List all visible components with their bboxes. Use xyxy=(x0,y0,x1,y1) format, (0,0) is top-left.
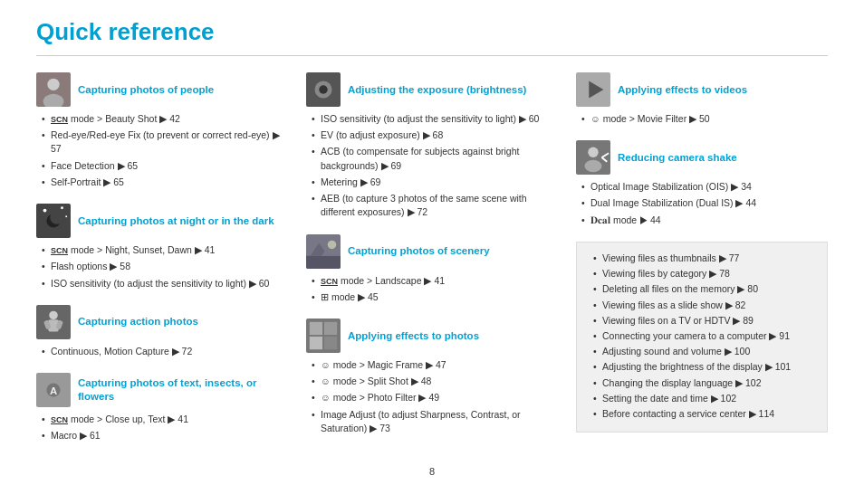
people-image xyxy=(36,72,71,107)
section-title-scenery: Capturing photos of scenery xyxy=(348,244,490,258)
effects-videos-image xyxy=(576,72,610,107)
list-item: Adjusting sound and volume ▶ 100 xyxy=(593,345,816,358)
section-title-action: Capturing action photos xyxy=(78,315,198,328)
section-effects-photos: Applying effects to photos ☺ mode > Magi… xyxy=(306,319,558,435)
section-title-text: Capturing photos of text, insects, or fl… xyxy=(78,376,288,404)
night-list: SCN mode > Night, Sunset, Dawn ▶ 41 Flas… xyxy=(36,243,288,290)
section-header-camera-shake: Reducing camera shake xyxy=(576,140,828,175)
section-header-night: Capturing photos at night or in the dark xyxy=(36,204,288,238)
list-item: SCN mode > Night, Sunset, Dawn ▶ 41 xyxy=(42,243,288,257)
column-3: Applying effects to videos ☺ mode > Movi… xyxy=(576,72,828,457)
list-item: 𝐃𝐜𝐚𝐥 mode ▶ 44 xyxy=(581,214,828,227)
list-item: Viewing files as thumbnails ▶ 77 xyxy=(593,252,816,265)
list-item: ⊞ mode ▶ 45 xyxy=(312,290,558,304)
list-item: Self-Portrait ▶ 65 xyxy=(42,176,288,189)
main-content: Capturing photos of people SCN mode > Be… xyxy=(36,72,828,457)
list-item: EV (to adjust exposure) ▶ 68 xyxy=(312,128,558,142)
list-item: Face Detection ▶ 65 xyxy=(42,159,288,173)
list-item: Viewing files by category ▶ 78 xyxy=(593,267,816,281)
section-camera-shake: Reducing camera shake Optical Image Stab… xyxy=(576,140,828,227)
list-item: Viewing files on a TV or HDTV ▶ 89 xyxy=(593,314,816,328)
people-list: SCN mode > Beauty Shot ▶ 42 Red-eye/Red-… xyxy=(36,112,288,189)
section-effects-videos: Applying effects to videos ☺ mode > Movi… xyxy=(576,72,828,126)
list-item: ☺ mode > Movie Filter ▶ 50 xyxy=(581,112,828,126)
section-title-effects-videos: Applying effects to videos xyxy=(618,83,747,97)
scenery-image xyxy=(306,234,341,269)
action-list: Continuous, Motion Capture ▶ 72 xyxy=(36,345,288,358)
section-capturing-action: Capturing action photos Continuous, Moti… xyxy=(36,305,288,358)
section-header-exposure: Adjusting the exposure (brightness) xyxy=(306,72,558,107)
divider xyxy=(36,55,828,56)
night-image xyxy=(36,204,71,238)
list-item: Continuous, Motion Capture ▶ 72 xyxy=(42,345,288,358)
scenery-list: SCN mode > Landscape ▶ 41 ⊞ mode ▶ 45 xyxy=(306,274,558,304)
list-item: Connecting your camera to a computer ▶ 9… xyxy=(593,329,816,343)
list-item: Deleting all files on the memory ▶ 80 xyxy=(593,282,816,296)
section-capturing-text: Capturing photos of text, insects, or fl… xyxy=(36,373,288,442)
exposure-image xyxy=(306,72,341,107)
list-item: Red-eye/Red-eye Fix (to prevent or corre… xyxy=(42,128,288,156)
section-header-effects-photos: Applying effects to photos xyxy=(306,319,558,353)
column-2: Adjusting the exposure (brightness) ISO … xyxy=(306,72,576,457)
list-item: Before contacting a service center ▶ 114 xyxy=(593,407,816,421)
list-item: Optical Image Stabilization (OIS) ▶ 34 xyxy=(581,180,828,194)
section-title-exposure: Adjusting the exposure (brightness) xyxy=(348,83,526,97)
list-item: Macro ▶ 61 xyxy=(42,429,288,442)
action-image xyxy=(36,305,71,339)
list-item: SCN mode > Landscape ▶ 41 xyxy=(312,274,558,288)
section-header-action: Capturing action photos xyxy=(36,305,288,339)
list-item: Changing the display language ▶ 102 xyxy=(593,376,816,390)
list-item: ☺ mode > Magic Frame ▶ 47 xyxy=(312,358,558,372)
section-header-people: Capturing photos of people xyxy=(36,72,288,107)
info-box-list: Viewing files as thumbnails ▶ 77 Viewing… xyxy=(588,252,816,421)
camera-shake-image xyxy=(576,140,610,175)
camera-shake-list: Optical Image Stabilization (OIS) ▶ 34 D… xyxy=(576,180,828,227)
list-item: Metering ▶ 69 xyxy=(312,176,558,189)
list-item: ISO sensitivity (to adjust the sensitivi… xyxy=(312,112,558,126)
list-item: SCN mode > Beauty Shot ▶ 42 xyxy=(42,112,288,126)
page-number: 8 xyxy=(36,466,828,477)
list-item: ☺ mode > Split Shot ▶ 48 xyxy=(312,375,558,388)
section-title-people: Capturing photos of people xyxy=(78,83,214,97)
page-title: Quick reference xyxy=(36,18,828,46)
list-item: Image Adjust (to adjust Sharpness, Contr… xyxy=(312,408,558,435)
list-item: Adjusting the brightness of the display … xyxy=(593,360,816,374)
column-1: Capturing photos of people SCN mode > Be… xyxy=(36,72,306,457)
section-title-effects-photos: Applying effects to photos xyxy=(348,329,479,343)
section-header-effects-videos: Applying effects to videos xyxy=(576,72,828,107)
effects-videos-list: ☺ mode > Movie Filter ▶ 50 xyxy=(576,112,828,126)
list-item: Viewing files as a slide show ▶ 82 xyxy=(593,299,816,312)
section-header-text: Capturing photos of text, insects, or fl… xyxy=(36,373,288,407)
section-title-night: Capturing photos at night or in the dark xyxy=(78,214,274,228)
effects-photos-list: ☺ mode > Magic Frame ▶ 47 ☺ mode > Split… xyxy=(306,358,558,435)
list-item: Flash options ▶ 58 xyxy=(42,260,288,273)
section-header-scenery: Capturing photos of scenery xyxy=(306,234,558,269)
section-exposure: Adjusting the exposure (brightness) ISO … xyxy=(306,72,558,220)
text-list: SCN mode > Close up, Text ▶ 41 Macro ▶ 6… xyxy=(36,413,288,442)
list-item: SCN mode > Close up, Text ▶ 41 xyxy=(42,413,288,426)
info-box: Viewing files as thumbnails ▶ 77 Viewing… xyxy=(576,242,828,433)
list-item: ACB (to compensate for subjects against … xyxy=(312,145,558,172)
section-capturing-night: Capturing photos at night or in the dark… xyxy=(36,204,288,290)
list-item: ☺ mode > Photo Filter ▶ 49 xyxy=(312,391,558,404)
exposure-list: ISO sensitivity (to adjust the sensitivi… xyxy=(306,112,558,220)
section-scenery: Capturing photos of scenery SCN mode > L… xyxy=(306,234,558,304)
effects-photos-image xyxy=(306,319,341,353)
list-item: Setting the date and time ▶ 102 xyxy=(593,392,816,405)
section-title-camera-shake: Reducing camera shake xyxy=(618,151,737,165)
section-capturing-people: Capturing photos of people SCN mode > Be… xyxy=(36,72,288,189)
list-item: AEB (to capture 3 photos of the same sce… xyxy=(312,192,558,219)
list-item: Dual Image Stabilization (Dual IS) ▶ 44 xyxy=(581,196,828,210)
list-item: ISO sensitivity (to adjust the sensitivi… xyxy=(42,277,288,290)
text-image xyxy=(36,373,71,407)
